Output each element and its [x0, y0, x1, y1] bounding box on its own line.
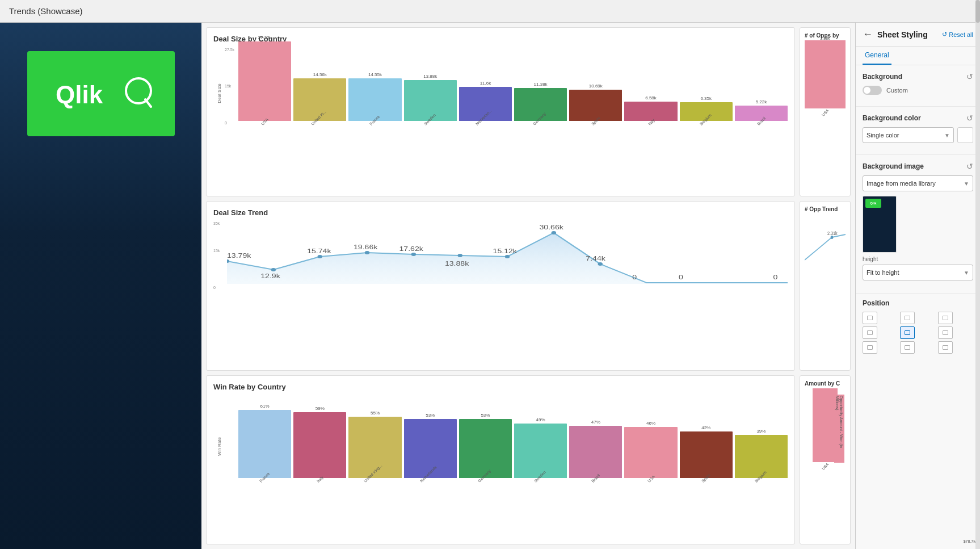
- svg-point-4: [271, 268, 276, 271]
- top-bar: Trends (Showcase): [0, 0, 980, 23]
- pos-btn-top-left[interactable]: [863, 312, 877, 324]
- scrollbar-thumb[interactable]: [975, 0, 980, 23]
- svg-text:Qlik: Qlik: [56, 81, 103, 108]
- opps-partial-bars: 2.88k USA: [805, 41, 846, 115]
- pos-btn-top-right[interactable]: [938, 312, 953, 324]
- pos-btn-top-center[interactable]: [900, 312, 915, 324]
- pos-btn-bot-left[interactable]: [863, 341, 877, 354]
- pos-btn-mid-center[interactable]: [900, 326, 915, 339]
- svg-text:30.66k: 30.66k: [539, 224, 563, 231]
- fit-dropdown-arrow-icon: ▼: [964, 270, 969, 276]
- bar-usa: 27.32k USA: [238, 35, 291, 127]
- custom-toggle[interactable]: [863, 86, 882, 95]
- svg-point-1: [126, 78, 151, 103]
- bg-color-swatch[interactable]: [957, 127, 973, 143]
- opp-trend-partial-card: # Opp Trend 2.31k: [800, 201, 851, 370]
- svg-text:13.88k: 13.88k: [445, 261, 469, 267]
- toggle-knob: [864, 87, 870, 94]
- bar-spain: 10.69k Spain: [569, 83, 622, 127]
- svg-point-5: [317, 255, 322, 258]
- charts-row-3: Win Rate by Country Win Rate 61% France: [206, 375, 851, 544]
- svg-text:12.9k: 12.9k: [260, 273, 281, 279]
- opps-by-partial-card: # of Opps by 2.88k USA: [800, 27, 851, 196]
- svg-text:0: 0: [679, 274, 683, 280]
- position-grid-row1: [863, 312, 973, 324]
- panel-back-button[interactable]: ←: [863, 28, 873, 40]
- bg-image-section-header: Background image ↺: [863, 162, 973, 171]
- bg-color-dropdown-label: Single color: [867, 132, 899, 139]
- win-rate-title: Win Rate by Country: [213, 383, 788, 391]
- deal-size-trend-chart: 35k 15k 0: [213, 221, 788, 290]
- background-reset-icon[interactable]: ↺: [966, 72, 973, 81]
- bar-netherlands: 11.6k Netherlan...: [459, 81, 512, 127]
- svg-text:15.12k: 15.12k: [493, 248, 518, 254]
- bg-image-dropdown-arrow-icon: ▼: [964, 181, 969, 187]
- background-image-section: Background image ↺ Image from media libr…: [856, 155, 980, 294]
- background-title: Background: [863, 73, 902, 81]
- tab-general[interactable]: General: [863, 47, 891, 65]
- deal-size-y-axis: Deal Size: [217, 83, 222, 103]
- fit-dropdown[interactable]: Fit to height ▼: [863, 265, 973, 280]
- trend-svg: 13.79k 12.9k 15.74k 19.66k 17.62k 13.88k…: [227, 221, 788, 284]
- svg-text:0: 0: [632, 274, 637, 280]
- pos-btn-bot-center[interactable]: [900, 341, 915, 354]
- svg-text:17.62k: 17.62k: [399, 246, 423, 252]
- svg-text:15.74k: 15.74k: [307, 248, 331, 254]
- bg-image-dropdown[interactable]: Image from media library ▼: [863, 175, 973, 191]
- svg-point-8: [457, 254, 462, 257]
- pos-btn-mid-left[interactable]: [863, 326, 877, 339]
- panel-header: ← Sheet Styling ↺ Reset all: [856, 23, 980, 47]
- pos-btn-mid-right[interactable]: [938, 326, 953, 339]
- bar-germany: 11.38k Germany: [514, 82, 567, 127]
- bg-image-title: Background image: [863, 162, 924, 170]
- svg-line-2: [145, 99, 151, 107]
- svg-point-6: [365, 251, 369, 254]
- svg-text:13.79k: 13.79k: [227, 253, 251, 259]
- bar-uk: 14.56k United Ki...: [293, 72, 346, 127]
- bar-france: 14.55k France: [348, 72, 401, 127]
- deal-size-trend-title: Deal Size Trend: [213, 208, 788, 217]
- deal-size-by-country-card: Deal Size by Country Deal Size 27.5k 15k…: [206, 27, 795, 196]
- bar-brazil: 5.22k Brazil: [735, 99, 788, 127]
- custom-toggle-row: Custom: [863, 86, 973, 95]
- position-grid-row3: [863, 341, 973, 354]
- svg-point-11: [598, 262, 602, 266]
- image-preview: Qlik: [863, 196, 897, 253]
- fit-dropdown-label: Fit to height: [867, 269, 899, 276]
- dropdown-arrow-icon: ▼: [944, 132, 950, 139]
- win-rate-y-axis: Win Rate: [217, 437, 222, 456]
- panel-title: Sheet Styling: [877, 30, 937, 39]
- right-panel: ← Sheet Styling ↺ Reset all General Back…: [855, 23, 980, 549]
- amount-by-title: Amount by C: [805, 380, 846, 387]
- bg-color-reset-icon[interactable]: ↺: [966, 114, 973, 123]
- position-grid-row2: [863, 326, 973, 339]
- svg-point-10: [552, 231, 556, 234]
- svg-text:2.31k: 2.31k: [827, 231, 838, 237]
- deal-size-trend-card: Deal Size Trend 35k 15k 0: [206, 201, 795, 370]
- bg-image-reset-icon[interactable]: ↺: [966, 162, 973, 171]
- charts-container: Deal Size by Country Deal Size 27.5k 15k…: [201, 23, 855, 549]
- reset-all-button[interactable]: ↺ Reset all: [942, 31, 973, 38]
- svg-text:19.66k: 19.66k: [354, 244, 378, 250]
- background-section-header: Background ↺: [863, 72, 973, 81]
- opp-trend-svg: 2.31k: [805, 215, 846, 266]
- panel-tabs: General: [856, 47, 980, 65]
- background-section: Background ↺ Custom: [856, 65, 980, 107]
- fit-label: height: [863, 256, 973, 262]
- qlik-logo-svg: Qlik: [50, 74, 152, 114]
- bar-italy: 6.58k Italy: [624, 95, 677, 127]
- opp-trend-title: # Opp Trend: [805, 206, 846, 212]
- qlik-logo-box: Qlik: [27, 51, 175, 136]
- svg-text:7.44k: 7.44k: [586, 255, 606, 262]
- left-sidebar: Qlik: [0, 23, 201, 549]
- background-color-section: Background color ↺ Single color ▼: [856, 107, 980, 155]
- vertical-scrollbar[interactable]: [975, 0, 980, 549]
- pos-btn-bot-right[interactable]: [938, 341, 953, 354]
- svg-point-7: [411, 253, 416, 256]
- bg-color-dropdown[interactable]: Single color ▼: [863, 127, 954, 143]
- svg-text:0: 0: [773, 274, 778, 280]
- win-rate-bars: 61% France 59% Italy 55%: [225, 396, 788, 498]
- custom-label: Custom: [886, 87, 908, 94]
- reset-icon: ↺: [942, 31, 947, 38]
- main-layout: Qlik Deal Size by Country Deal Size: [0, 23, 980, 549]
